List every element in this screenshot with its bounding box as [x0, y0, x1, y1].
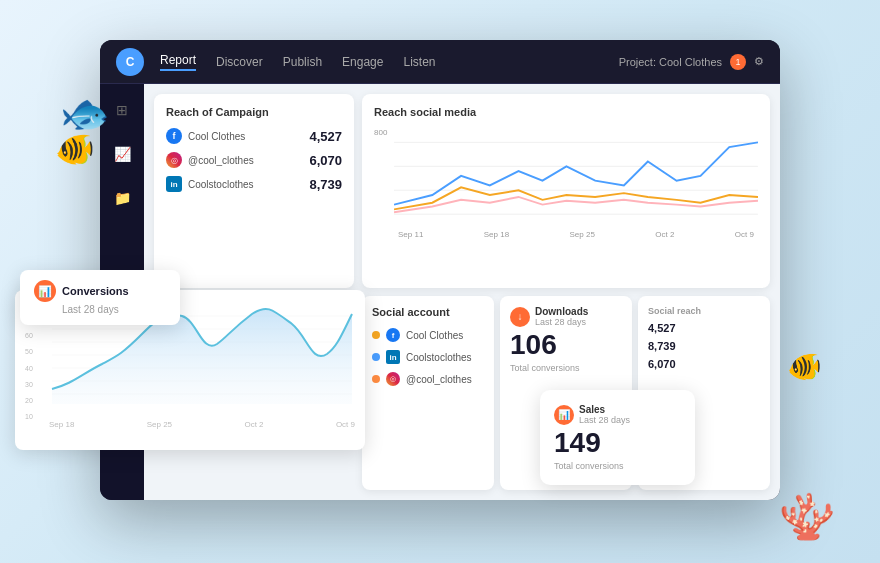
downloads-sub: Total conversions [510, 363, 622, 373]
reach-val-1: 4,527 [648, 322, 760, 334]
nav-discover[interactable]: Discover [216, 55, 263, 69]
float-sales-card: 📊 Sales Last 28 days 149 Total conversio… [540, 390, 695, 485]
linkedin-icon: in [166, 176, 182, 192]
y-label-60: 60 [25, 332, 33, 339]
fb-row: f Cool Clothes 4,527 [166, 128, 342, 144]
li-icon-small: in [386, 350, 400, 364]
sales-icon: 📊 [554, 405, 574, 425]
coral-decoration: 🪸 [779, 490, 835, 543]
li-value: 8,739 [309, 177, 342, 192]
nav-publish[interactable]: Publish [283, 55, 322, 69]
sales-period: Last 28 days [579, 415, 630, 425]
y-label-20: 20 [25, 397, 33, 404]
settings-icon[interactable]: ⚙ [754, 55, 764, 68]
reach-campaign-card: Reach of Campaign f Cool Clothes 4,527 ◎… [154, 94, 354, 288]
account-name-ig: @cool_clothes [406, 374, 472, 385]
downloads-icon: ↓ [510, 307, 530, 327]
float-conversions-card: 📊 Conversions Last 28 days [20, 270, 180, 325]
y-label-30: 30 [25, 381, 33, 388]
ig-icon-small: ◎ [386, 372, 400, 386]
account-name-li: Coolstoclothes [406, 352, 472, 363]
facebook-icon: f [166, 128, 182, 144]
sales-number: 149 [554, 429, 681, 457]
reach-social-card: Reach social media 800 Sep [362, 94, 770, 288]
reach-social-chart [394, 128, 758, 224]
navigation: C Report Discover Publish Engage Listen … [100, 40, 780, 84]
fb-value: 4,527 [309, 129, 342, 144]
li-dot [372, 353, 380, 361]
nav-listen[interactable]: Listen [403, 55, 435, 69]
fb-dot [372, 331, 380, 339]
reach-campaign-title: Reach of Campaign [166, 106, 342, 118]
y-label-10: 10 [25, 413, 33, 420]
seahorse-decoration: 🐠 [787, 350, 822, 383]
nav-report[interactable]: Report [160, 53, 196, 71]
nav-right: Project: Cool Clothes 1 ⚙ [619, 54, 764, 70]
ig-row: ◎ @cool_clothes 6,070 [166, 152, 342, 168]
conv-x-oct9: Oct 9 [336, 420, 355, 429]
conv-x-oct2: Oct 2 [244, 420, 263, 429]
notification-badge[interactable]: 1 [730, 54, 746, 70]
reach-val-3: 6,070 [648, 358, 760, 370]
logo[interactable]: C [116, 48, 144, 76]
account-row-fb: f Cool Clothes [372, 328, 484, 342]
sidebar-chart-icon[interactable]: 📈 [108, 140, 136, 168]
social-reach-header: Social reach [648, 306, 760, 316]
account-row-li: in Coolstoclothes [372, 350, 484, 364]
conv-x-sep18: Sep 18 [49, 420, 74, 429]
ig-dot [372, 375, 380, 383]
fb-name: Cool Clothes [188, 131, 245, 142]
sales-title: Sales [579, 404, 630, 415]
sidebar-grid-icon[interactable]: ⊞ [108, 96, 136, 124]
conv-x-sep25: Sep 25 [147, 420, 172, 429]
x-axis-labels: Sep 11 Sep 18 Sep 25 Oct 2 Oct 9 [394, 230, 758, 239]
social-account-title: Social account [372, 306, 484, 318]
li-row: in Coolstoclothes 8,739 [166, 176, 342, 192]
fb-icon-small: f [386, 328, 400, 342]
conv-float-period: Last 28 days [62, 304, 166, 315]
downloads-title: Downloads [535, 306, 588, 317]
instagram-icon: ◎ [166, 152, 182, 168]
account-row-ig: ◎ @cool_clothes [372, 372, 484, 386]
sidebar-folder-icon[interactable]: 📁 [108, 184, 136, 212]
account-name-fb: Cool Clothes [406, 330, 463, 341]
reach-social-title: Reach social media [374, 106, 758, 118]
conv-float-title: Conversions [62, 285, 129, 297]
nav-engage[interactable]: Engage [342, 55, 383, 69]
y-label-50: 50 [25, 348, 33, 355]
sales-sub: Total conversions [554, 461, 681, 471]
nav-items: Report Discover Publish Engage Listen [160, 53, 619, 71]
y-label-40: 40 [25, 365, 33, 372]
ig-name: @cool_clothes [188, 155, 254, 166]
ig-value: 6,070 [309, 153, 342, 168]
conv-float-icon: 📊 [34, 280, 56, 302]
downloads-period: Last 28 days [535, 317, 588, 327]
social-accounts-card: Social account f Cool Clothes in Coolsto… [362, 296, 494, 490]
project-label: Project: Cool Clothes [619, 56, 722, 68]
fish-orange-decoration: 🐠 [55, 130, 95, 168]
y-axis-label: 800 [374, 128, 387, 137]
downloads-number: 106 [510, 331, 622, 359]
li-name: Coolstoclothes [188, 179, 254, 190]
reach-val-2: 8,739 [648, 340, 760, 352]
